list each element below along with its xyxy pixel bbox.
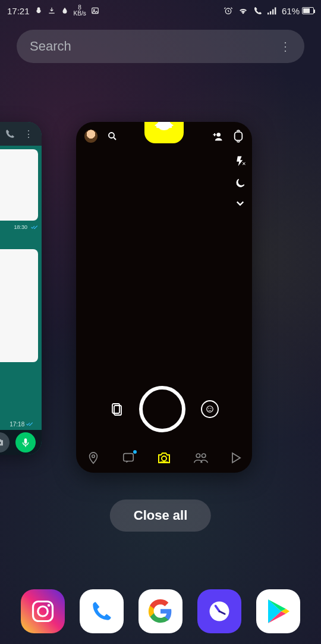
phone-icon[interactable]	[5, 128, 15, 139]
svg-point-15	[207, 406, 213, 413]
whatsapp-message-bubble: s. cts.	[0, 249, 38, 362]
double-check-icon	[26, 422, 33, 426]
night-mode-icon[interactable]	[234, 178, 246, 190]
flip-camera-icon[interactable]	[233, 130, 244, 143]
recent-card-whatsapp[interactable]: ⋮ d other pear here. NEW 18:30 s. cts. 1…	[0, 122, 42, 455]
battery-indicator: 61%	[282, 6, 314, 16]
svg-point-22	[202, 454, 206, 458]
network-speed: 8 KB/s	[74, 5, 86, 17]
map-tab-icon[interactable]	[87, 451, 100, 464]
dock-play-store[interactable]	[256, 589, 300, 633]
snapchat-side-controls: ✕	[234, 155, 246, 206]
snapchat-app-icon[interactable]	[144, 122, 184, 143]
svg-point-17	[210, 408, 212, 409]
dock-clock[interactable]	[197, 589, 241, 633]
signal-icon	[268, 7, 277, 15]
snapchat-notif-icon	[34, 7, 43, 15]
svg-rect-6	[275, 7, 276, 14]
svg-point-18	[92, 455, 95, 458]
svg-rect-5	[272, 10, 273, 15]
drop-icon	[61, 7, 69, 15]
status-time: 17:21	[7, 6, 30, 16]
recent-card-snapchat[interactable]: ✕	[76, 122, 252, 473]
discover-tab-icon[interactable]	[231, 452, 241, 464]
flash-off-icon[interactable]: ✕	[234, 155, 246, 167]
profile-avatar[interactable]	[84, 130, 97, 143]
camera-attach-button[interactable]	[0, 432, 10, 453]
download-icon	[48, 7, 56, 15]
voice-record-button[interactable]	[15, 432, 36, 453]
shutter-button[interactable]	[139, 386, 185, 432]
camera-tab[interactable]	[157, 451, 171, 464]
chat-tab-icon	[122, 451, 135, 464]
wifi-icon	[238, 7, 248, 15]
svg-point-21	[196, 454, 200, 458]
call-active-icon	[253, 6, 263, 15]
image-icon	[91, 7, 99, 15]
notification-dot	[133, 450, 137, 454]
dock	[0, 589, 321, 633]
double-check-icon	[31, 225, 38, 230]
svg-rect-4	[270, 11, 271, 15]
status-bar: 17:21 8 KB/s 61%	[0, 0, 321, 21]
svg-text:✕: ✕	[242, 161, 246, 167]
chat-tab[interactable]	[122, 451, 135, 464]
whatsapp-message-bubble: d other pear here.	[0, 149, 38, 221]
search-bar[interactable]: Search ⋮	[17, 30, 304, 63]
snapchat-shutter-row	[76, 386, 252, 432]
svg-point-16	[208, 408, 209, 409]
search-placeholder: Search	[30, 39, 279, 54]
status-left: 17:21 8 KB/s	[7, 5, 99, 17]
svg-point-10	[216, 133, 221, 137]
add-friend-icon[interactable]	[212, 131, 224, 142]
whatsapp-time: 17:18	[10, 421, 33, 428]
dock-phone[interactable]	[80, 589, 124, 633]
more-vert-icon[interactable]: ⋮	[279, 39, 291, 54]
svg-point-20	[162, 456, 166, 461]
whatsapp-toolbar: ⋮	[0, 122, 42, 146]
alarm-icon	[224, 6, 233, 15]
friends-tab-icon[interactable]	[193, 452, 209, 464]
svg-rect-19	[124, 454, 134, 461]
memories-icon[interactable]	[109, 402, 124, 416]
whatsapp-meta: NEW 18:30	[0, 223, 38, 231]
svg-point-1	[93, 10, 95, 11]
dock-instagram[interactable]	[21, 589, 65, 633]
whatsapp-composer	[0, 430, 42, 455]
chevron-down-icon[interactable]	[236, 200, 244, 206]
svg-point-24	[38, 607, 48, 617]
svg-rect-11	[235, 132, 243, 140]
close-all-button[interactable]: Close all	[110, 500, 211, 532]
status-right: 61%	[224, 6, 314, 16]
smiley-icon	[206, 405, 214, 413]
dock-google[interactable]	[139, 589, 182, 633]
more-vert-icon[interactable]: ⋮	[24, 128, 33, 140]
svg-point-9	[109, 133, 114, 138]
svg-rect-8	[24, 438, 27, 444]
search-icon[interactable]	[107, 131, 118, 142]
active-tab-indicator	[160, 461, 168, 463]
svg-point-25	[48, 604, 51, 607]
lens-carousel-button[interactable]	[201, 400, 219, 418]
svg-rect-3	[268, 12, 269, 14]
snapchat-bottom-nav	[76, 443, 252, 473]
